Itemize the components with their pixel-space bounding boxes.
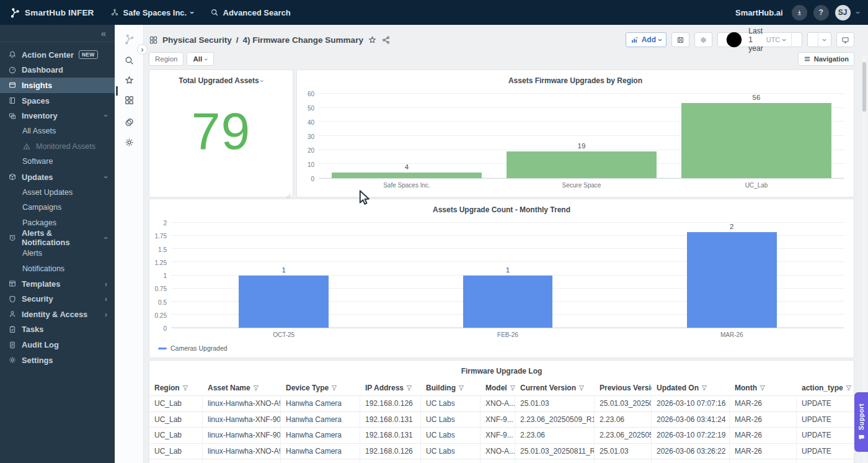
sidebar-item-alerts-notifications[interactable]: Alerts & Notifications ›	[0, 230, 115, 246]
cell-building: 0	[421, 459, 480, 463]
add-button[interactable]: Add ›	[626, 32, 667, 47]
star-icon[interactable]	[124, 75, 135, 86]
filter-icon[interactable]	[510, 385, 515, 391]
column-header[interactable]: Model	[480, 380, 515, 395]
bar-mar-26[interactable]	[687, 232, 777, 328]
org-selector[interactable]: Safe Spaces Inc. ›	[110, 8, 194, 17]
menu-icon	[804, 55, 811, 63]
filter-icon[interactable]	[406, 385, 412, 391]
table-row[interactable]: UC_Lab Axis_Sim_WSL_V3_8001 AXIS Camera …	[149, 459, 854, 463]
sidebar-item-notifications[interactable]: Notifications	[0, 261, 115, 276]
table-row[interactable]: UC_Lab linux-Hanwha-XNF-90... Hanwha Cam…	[149, 427, 854, 443]
sidebar-item-templates[interactable]: Templates ›	[0, 276, 115, 292]
column-header[interactable]: IP Address	[360, 380, 421, 395]
stat-card-title[interactable]: Total Upgraded Assets ›	[149, 70, 293, 85]
sidebar-item-all-assets[interactable]: All Assets	[0, 124, 115, 139]
table-row[interactable]: UC_Lab linux-Hanwha-XNO-A9... Hanwha Cam…	[149, 395, 854, 411]
cell-building: UC Labs	[421, 444, 480, 459]
sidebar-item-software[interactable]: Software	[0, 154, 115, 169]
sidebar-item-spaces[interactable]: Spaces	[0, 93, 115, 109]
bar-secure-space[interactable]	[507, 151, 657, 178]
breadcrumb-root[interactable]: Physical Security	[162, 35, 232, 45]
sidebar-item-label: Security	[22, 294, 53, 303]
help-button[interactable]: ?	[813, 5, 829, 20]
search-icon[interactable]	[124, 55, 135, 66]
cell-device-type: Hanwha Camera	[281, 396, 360, 411]
support-tab[interactable]: Support	[854, 392, 868, 452]
refresh-button[interactable]	[808, 33, 818, 47]
column-header[interactable]: Building	[421, 380, 480, 395]
chart-add-icon	[631, 36, 639, 44]
column-header[interactable]: Previous Versic	[595, 380, 652, 395]
new-badge: NEW	[79, 50, 98, 59]
table-title: Firmware Upgrade Log	[149, 361, 854, 375]
filter-icon[interactable]	[182, 385, 188, 391]
alarm-icon	[8, 233, 17, 242]
share-icon[interactable]	[381, 35, 391, 45]
zoom-out-button[interactable]	[791, 33, 802, 47]
dashboard-settings-button[interactable]	[694, 32, 712, 47]
column-header[interactable]: Device Type	[281, 380, 360, 395]
sidebar-item-identity-access[interactable]: Identity & Access ›	[0, 307, 115, 322]
filter-icon[interactable]	[331, 385, 337, 391]
sidebar-item-asset-updates[interactable]: Asset Updates	[0, 184, 115, 200]
panel-expand-button[interactable]: ›	[137, 44, 148, 55]
gear-icon[interactable]	[124, 137, 135, 148]
refresh-options-button[interactable]: ›	[818, 33, 831, 47]
bar-oct-25[interactable]	[239, 276, 329, 328]
bar-value-label: 2	[730, 223, 733, 230]
chevron-down-icon: ›	[188, 11, 197, 14]
sidebar-item-audit-log[interactable]: Audit Log	[0, 337, 115, 353]
region-filter-value[interactable]: All ›	[187, 52, 213, 66]
sidebar-item-campaigns[interactable]: Campaigns	[0, 200, 115, 215]
column-header[interactable]: Month	[730, 380, 797, 395]
filter-icon[interactable]	[760, 385, 766, 391]
sidebar-item-insights[interactable]: Insights	[0, 78, 115, 93]
sidebar-item-security[interactable]: Security ›	[0, 292, 115, 307]
sidebar-item-label: Campaigns	[22, 203, 61, 212]
filter-icon[interactable]	[458, 385, 464, 391]
favorite-star-icon[interactable]	[368, 35, 377, 45]
filter-icon[interactable]	[701, 385, 707, 391]
main-content: Physical Security / 4) Firmware Change S…	[144, 25, 868, 463]
sidebar-collapse-button[interactable]: «	[0, 25, 115, 42]
resize-handle[interactable]	[286, 190, 291, 196]
table-row[interactable]: UC_Lab linux-Hanwha-XNF-90... Hanwha Cam…	[149, 411, 854, 428]
user-menu-chevron-icon[interactable]: ›	[854, 11, 862, 14]
time-range-selector[interactable]: Last 1 year UTC ›	[718, 33, 790, 47]
column-header[interactable]: Current Version	[515, 380, 595, 395]
sidebar-item-settings[interactable]: Settings	[0, 353, 115, 368]
avatar[interactable]: SJ	[835, 5, 851, 20]
advanced-search[interactable]: Advanced Search	[210, 8, 291, 17]
download-button[interactable]	[792, 5, 807, 20]
column-header[interactable]: Region	[149, 380, 203, 395]
app-logo[interactable]: SmartHub INFER	[9, 6, 94, 19]
scrollbar-thumb[interactable]	[862, 62, 866, 112]
column-header[interactable]: action_type	[797, 380, 854, 395]
save-button[interactable]	[671, 32, 689, 47]
navigation-button[interactable]: Navigation	[798, 52, 854, 66]
filter-icon[interactable]	[253, 385, 259, 391]
sidebar-item-packages[interactable]: Packages	[0, 215, 115, 231]
sidebar-item-alerts[interactable]: Alerts	[0, 246, 115, 261]
filter-icon[interactable]	[846, 385, 852, 391]
display-mode-button[interactable]	[836, 32, 854, 47]
chevron-right-icon: ›	[105, 295, 107, 303]
cell-current-version: 2.23.06_20250509_R19	[515, 412, 595, 428]
column-header[interactable]: Updated On	[652, 380, 730, 395]
explore-icon[interactable]	[124, 117, 135, 128]
sidebar-item-inventory[interactable]: Inventory ›	[0, 108, 115, 124]
sidebar-item-dashboard[interactable]: Dashboard	[0, 63, 115, 78]
bar-uc-lab[interactable]	[681, 103, 832, 178]
dashboards-grid-icon[interactable]	[124, 95, 135, 106]
sidebar-item-updates[interactable]: Updates ›	[0, 169, 115, 185]
sidebar-item-monitored-assets[interactable]: Monitored Assets	[0, 139, 115, 155]
cell-updated-on: 2026-03-06 03:26:22	[652, 444, 730, 459]
table-row[interactable]: UC_Lab linux-Hanwha-XNO-A9... Hanwha Cam…	[149, 443, 854, 459]
sidebar-item-action-center[interactable]: Action Center NEW	[0, 47, 115, 63]
filter-icon[interactable]	[578, 385, 585, 391]
bar-feb-26[interactable]	[463, 276, 553, 328]
bar-safe-spaces[interactable]	[332, 173, 482, 178]
sidebar-item-tasks[interactable]: Tasks	[0, 322, 115, 338]
column-header[interactable]: Asset Name	[203, 380, 281, 395]
